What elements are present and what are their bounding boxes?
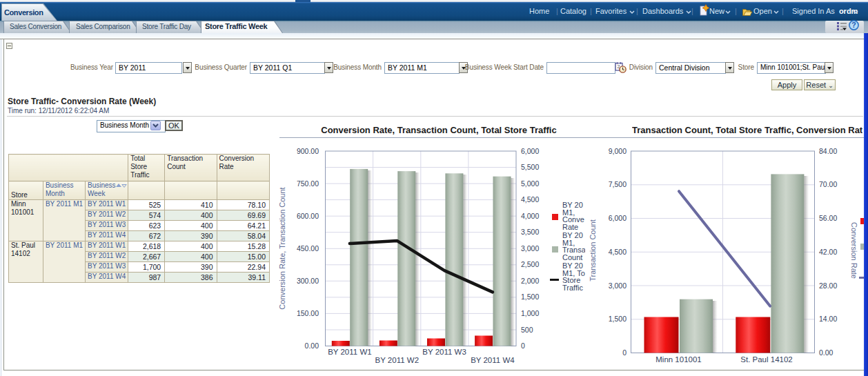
svg-text:2,500: 2,500 (521, 260, 539, 268)
svg-text:600.00: 600.00 (297, 212, 319, 220)
svg-text:4,500: 4,500 (609, 248, 627, 256)
svg-text:Conversion Rate: Conversion Rate (850, 222, 858, 279)
svg-text:3,500: 3,500 (521, 228, 539, 236)
svg-text:BY 2011 W1: BY 2011 W1 (328, 348, 372, 356)
svg-text:0: 0 (622, 348, 627, 357)
svg-text:9,000: 9,000 (609, 147, 627, 155)
svg-text:900.00: 900.00 (297, 147, 319, 155)
svg-text:500: 500 (521, 326, 533, 334)
svg-text:2,000: 2,000 (521, 277, 539, 285)
svg-text:Conversion Rate, Transaction C: Conversion Rate, Transaction Count (278, 187, 286, 309)
svg-text:4,500: 4,500 (521, 195, 539, 204)
svg-text:84.00: 84.00 (819, 147, 837, 155)
svg-text:1,000: 1,000 (521, 309, 539, 317)
svg-text:42.00: 42.00 (819, 248, 837, 256)
svg-text:Minn 101001: Minn 101001 (655, 355, 702, 364)
svg-text:70.00: 70.00 (819, 180, 837, 188)
svg-text:1,500: 1,500 (521, 293, 539, 301)
svg-text:5,000: 5,000 (521, 179, 539, 188)
svg-text:3,000: 3,000 (521, 244, 539, 253)
svg-text:0: 0 (521, 342, 525, 350)
svg-text:300.00: 300.00 (297, 277, 319, 285)
svg-text:0.00: 0.00 (305, 342, 319, 350)
svg-text:1,500: 1,500 (609, 315, 627, 323)
svg-text:6,000: 6,000 (609, 214, 627, 222)
svg-text:6,000: 6,000 (521, 147, 539, 155)
svg-text:150.00: 150.00 (297, 309, 319, 317)
svg-text:28.00: 28.00 (819, 281, 837, 290)
svg-text:14.00: 14.00 (819, 315, 837, 323)
svg-text:5,500: 5,500 (521, 163, 539, 171)
svg-text:BY 2011 W2: BY 2011 W2 (375, 356, 420, 364)
svg-text:56.00: 56.00 (819, 214, 837, 222)
svg-text:0.00: 0.00 (819, 348, 834, 357)
svg-text:?: ? (851, 21, 856, 29)
svg-text:3,000: 3,000 (609, 281, 627, 290)
svg-text:7,500: 7,500 (609, 180, 627, 188)
svg-text:St. Paul 14102: St. Paul 14102 (740, 355, 792, 364)
svg-text:BY 2011 W4: BY 2011 W4 (471, 356, 515, 364)
svg-text:4,000: 4,000 (521, 212, 539, 220)
svg-text:Transaction Count: Transaction Count (589, 219, 597, 281)
svg-text:450.00: 450.00 (297, 244, 319, 253)
svg-text:BY 2011 W3: BY 2011 W3 (422, 348, 466, 356)
svg-text:750.00: 750.00 (297, 179, 319, 188)
